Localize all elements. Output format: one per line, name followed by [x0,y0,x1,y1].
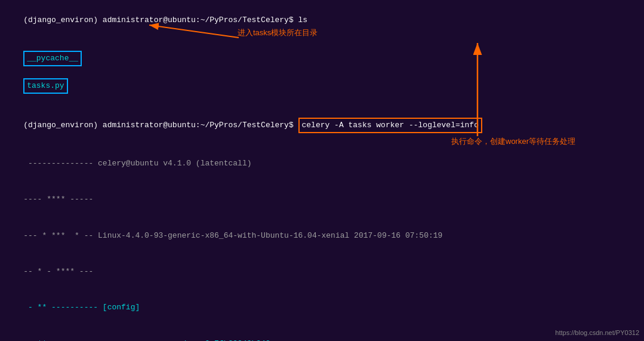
terminal-line-6: --- * *** * -- Linux-4.4.0-93-generic-x8… [5,217,639,253]
terminal-line-9: - ** ---------- .> app: demo:0x7fb80249b… [5,326,639,341]
annotation-enter-tasks-dir: 进入tasks模块所在目录 [238,27,318,38]
terminal-line-8: - ** ---------- [config] [5,290,639,325]
taskspy-label: tasks.py [23,78,67,94]
terminal-line-2: __pycache__ tasks.py [5,38,639,106]
terminal-line-1: (django_environ) administrator@ubuntu:~/… [5,2,639,38]
terminal-window: (django_environ) administrator@ubuntu:~/… [0,0,644,341]
celery-command: celery -A tasks worker --loglevel=info [298,118,482,133]
annotation-create-worker: 执行命令，创建worker等待任务处理 [451,136,575,147]
watermark: https://blog.csdn.net/PY0312 [555,329,639,336]
prompt-ls: (django_environ) administrator@ubuntu:~/… [23,16,307,24]
prompt-celery: (django_environ) administrator@ubuntu:~/… [23,121,298,130]
terminal-line-7: -- * - **** --- [5,254,639,290]
terminal-line-4: -------------- celery@ubuntu v4.1.0 (lat… [5,146,639,182]
pycache-label: __pycache__ [23,51,82,66]
spacer [23,67,42,76]
terminal-line-5: ---- **** ----- [5,182,639,217]
